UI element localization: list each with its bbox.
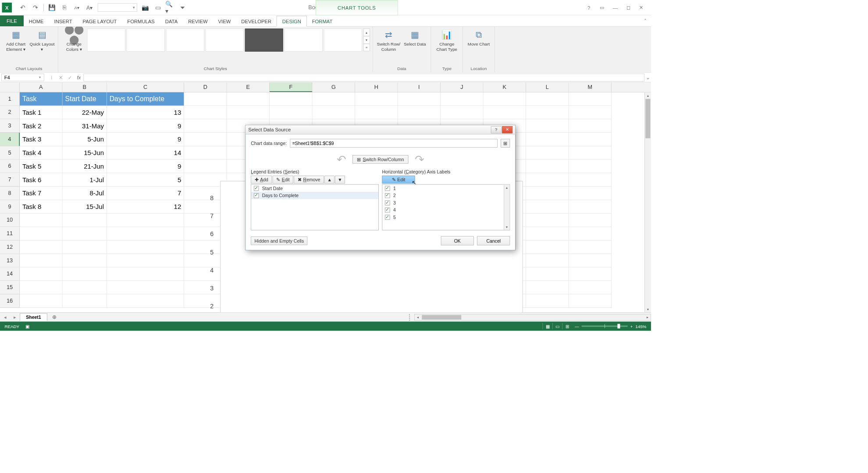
horizontal-scrollbar[interactable]: ◂▸ xyxy=(414,314,651,321)
tab-split-handle[interactable] xyxy=(409,314,412,321)
cell-M7[interactable] xyxy=(569,173,612,187)
cell-J2[interactable] xyxy=(441,106,484,120)
zoom-in-button[interactable]: + xyxy=(630,324,633,328)
col-header-B[interactable]: B xyxy=(63,82,107,92)
cell-J1[interactable] xyxy=(441,92,484,106)
cancel-button[interactable]: Cancel xyxy=(477,236,510,245)
collapse-ribbon-button[interactable]: ˄ xyxy=(641,17,649,25)
add-sheet-button[interactable]: ⊕ xyxy=(50,314,59,321)
cancel-formula-button[interactable]: ✕ xyxy=(57,74,65,81)
row-header-6[interactable]: 6 xyxy=(0,160,20,173)
name-box[interactable]: F4▾ xyxy=(1,74,44,81)
macro-record-icon[interactable]: ▣ xyxy=(25,324,29,328)
sheet-nav-next[interactable]: ▸ xyxy=(11,314,19,321)
qat-misc-button[interactable]: ⎘ xyxy=(60,3,70,13)
category-item[interactable]: 3 xyxy=(382,199,509,207)
cell-L4[interactable] xyxy=(526,133,569,146)
cell-M1[interactable] xyxy=(569,92,612,106)
cell-D1[interactable] xyxy=(184,92,227,106)
series-listbox[interactable]: Start DateDays to Complete xyxy=(251,184,379,230)
category-item[interactable]: 2 xyxy=(382,192,509,199)
redo-button[interactable]: ↷ xyxy=(30,3,40,13)
axis-labels-listbox[interactable]: 12345▴▾ xyxy=(382,184,510,230)
col-header-D[interactable]: D xyxy=(184,82,227,92)
cell-L5[interactable] xyxy=(526,146,569,160)
cell-B3[interactable]: 31-May xyxy=(63,119,107,133)
cell-D5[interactable] xyxy=(184,146,227,160)
cell-L15[interactable] xyxy=(526,281,569,294)
formula-input[interactable] xyxy=(83,74,644,81)
cell-A5[interactable]: Task 4 xyxy=(20,146,63,160)
quick-layout-button[interactable]: ▤Quick Layout ▾ xyxy=(29,28,55,52)
series-move-up-button[interactable]: ▲ xyxy=(324,176,334,184)
series-item[interactable]: Start Date xyxy=(251,185,378,192)
select-data-button[interactable]: ▦Select Data xyxy=(402,28,428,52)
row-header-15[interactable]: 15 xyxy=(0,281,20,294)
checkbox-icon[interactable] xyxy=(385,200,390,205)
expand-formula-button[interactable]: ⌄ xyxy=(644,74,651,81)
move-chart-button[interactable]: ⧉Move Chart xyxy=(466,28,492,46)
tab-design[interactable]: DESIGN xyxy=(277,16,307,27)
tab-developer[interactable]: DEVELOPER xyxy=(236,16,277,26)
col-header-I[interactable]: I xyxy=(398,82,441,92)
cell-C9[interactable]: 12 xyxy=(107,200,184,214)
col-header-G[interactable]: G xyxy=(313,82,356,92)
chart-style-5[interactable] xyxy=(245,28,283,52)
col-header-J[interactable]: J xyxy=(441,82,484,92)
cell-C12[interactable] xyxy=(107,240,184,254)
cell-E2[interactable] xyxy=(227,106,270,120)
cell-A11[interactable] xyxy=(20,227,63,240)
cell-D4[interactable] xyxy=(184,133,227,146)
cell-A4[interactable]: Task 3 xyxy=(20,133,63,146)
zoom-out-button[interactable]: — xyxy=(575,324,579,328)
cell-D6[interactable] xyxy=(184,160,227,173)
row-header-1[interactable]: 1 xyxy=(0,92,20,106)
font-size-combo[interactable]: ▾ xyxy=(98,4,137,12)
maximize-button[interactable]: ◻ xyxy=(623,4,633,11)
dialog-title-bar[interactable]: Select Data Source ? ✕ xyxy=(245,125,515,134)
cell-L8[interactable] xyxy=(526,187,569,200)
col-header-H[interactable]: H xyxy=(355,82,398,92)
cell-B16[interactable] xyxy=(63,294,107,308)
tab-page-layout[interactable]: PAGE LAYOUT xyxy=(78,16,122,26)
cell-B2[interactable]: 22-May xyxy=(63,106,107,120)
cell-E1[interactable] xyxy=(227,92,270,106)
col-header-K[interactable]: K xyxy=(484,82,526,92)
checkbox-icon[interactable] xyxy=(385,208,390,212)
hidden-empty-cells-button[interactable]: Hidden and Empty Cells xyxy=(251,236,307,245)
series-edit-button[interactable]: ✎ Edit xyxy=(273,176,293,184)
cell-D2[interactable] xyxy=(184,106,227,120)
styles-scroll-down[interactable]: ▾ xyxy=(363,36,370,44)
checkbox-icon[interactable] xyxy=(385,186,390,191)
cell-A9[interactable]: Task 8 xyxy=(20,200,63,214)
dialog-help-button[interactable]: ? xyxy=(491,126,502,134)
cell-L12[interactable] xyxy=(526,240,569,254)
cell-M10[interactable] xyxy=(569,214,612,227)
cell-I1[interactable] xyxy=(398,92,441,106)
dialog-close-button[interactable]: ✕ xyxy=(502,126,512,134)
cell-I2[interactable] xyxy=(398,106,441,120)
collapse-dialog-button[interactable]: ⊞ xyxy=(501,139,510,148)
cell-M3[interactable] xyxy=(569,119,612,133)
row-header-10[interactable]: 10 xyxy=(0,214,20,227)
cell-B14[interactable] xyxy=(63,268,107,281)
cell-L10[interactable] xyxy=(526,214,569,227)
checkbox-icon[interactable] xyxy=(385,193,390,198)
cell-B12[interactable] xyxy=(63,240,107,254)
checkbox-icon[interactable] xyxy=(385,215,390,219)
tab-data[interactable]: DATA xyxy=(160,16,183,26)
font-inc-button[interactable]: A▾ xyxy=(85,3,95,13)
axis-edit-button[interactable]: ✎ Edit ↖ xyxy=(382,176,415,184)
cell-C5[interactable]: 14 xyxy=(107,146,184,160)
ribbon-display-button[interactable]: ▭ xyxy=(597,4,607,11)
cell-M6[interactable] xyxy=(569,160,612,173)
minimize-button[interactable]: — xyxy=(610,4,620,11)
cell-L2[interactable] xyxy=(526,106,569,120)
col-header-L[interactable]: L xyxy=(526,82,569,92)
cell-L11[interactable] xyxy=(526,227,569,240)
series-item[interactable]: Days to Complete xyxy=(251,192,378,199)
cell-M5[interactable] xyxy=(569,146,612,160)
qat-preview-button[interactable]: 🔍▾ xyxy=(165,3,175,13)
cell-A7[interactable]: Task 6 xyxy=(20,173,63,187)
cell-M13[interactable] xyxy=(569,254,612,268)
